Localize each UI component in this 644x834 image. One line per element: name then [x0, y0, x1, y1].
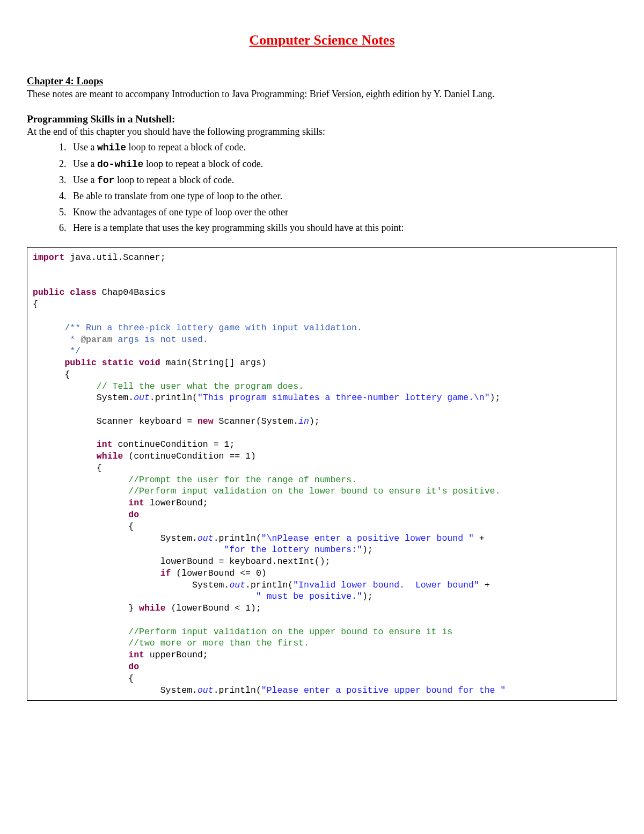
- chapter-heading: Chapter 4: Loops: [27, 75, 617, 87]
- code-text: [33, 650, 128, 660]
- code-javadoc: args is not used.: [113, 335, 208, 345]
- code-comment: //Prompt the user for the range of numbe…: [33, 475, 357, 485]
- code-keyword: static: [102, 358, 134, 368]
- code-string: " must be positive.": [256, 591, 362, 601]
- code-keyword: public: [64, 358, 96, 368]
- code-text: [33, 451, 97, 461]
- code-keyword: new: [197, 416, 214, 426]
- code-javadoc: *: [33, 335, 80, 345]
- code-comment: //two more or more than the first.: [33, 638, 309, 648]
- code-keyword: do-while: [97, 159, 143, 170]
- section-intro: At the end of this chapter you should ha…: [27, 126, 617, 137]
- list-item-text: loop to repeat a block of code.: [143, 158, 263, 169]
- code-keyword: while: [139, 603, 166, 613]
- code-text: [33, 510, 128, 520]
- code-keyword: if: [160, 568, 171, 578]
- code-text: java.util.Scanner;: [64, 252, 165, 263]
- intro-paragraph: These notes are meant to accompany Intro…: [27, 88, 617, 100]
- code-text: System.: [33, 533, 197, 543]
- code-text: );: [362, 545, 373, 555]
- code-comment: //Perform input validation on the upper …: [33, 627, 452, 637]
- code-keyword: public: [33, 287, 64, 298]
- code-field: in: [298, 416, 309, 426]
- code-text: .println(: [214, 685, 261, 695]
- code-keyword: while: [97, 142, 126, 153]
- code-text: System.: [33, 393, 134, 403]
- code-text: {: [33, 463, 102, 473]
- list-item-text: loop to repeat a block of code.: [114, 175, 234, 185]
- list-item-text: Be able to translate from one type of lo…: [73, 191, 282, 201]
- list-item: Use a while loop to repeat a block of co…: [69, 141, 617, 154]
- code-text: [33, 498, 128, 508]
- code-text: {: [33, 521, 134, 532]
- code-javadoc-tag: @param: [80, 335, 112, 345]
- code-text: );: [309, 416, 320, 426]
- code-keyword: int: [97, 439, 113, 449]
- code-keyword: void: [139, 358, 160, 368]
- code-string: "for the lottery numbers:": [224, 545, 362, 555]
- code-javadoc: */: [33, 346, 80, 356]
- code-keyword: do: [128, 662, 139, 672]
- code-string: "Please enter a positive upper bound for…: [261, 685, 506, 695]
- code-text: .println(: [150, 393, 197, 403]
- code-text: System.: [33, 685, 197, 695]
- code-text: upperBound;: [144, 650, 208, 660]
- code-text: continueCondition = 1;: [113, 439, 235, 449]
- code-text: .println(: [214, 533, 261, 543]
- code-text: );: [362, 591, 373, 601]
- code-text: [33, 662, 128, 672]
- code-text: (lowerBound <= 0): [171, 568, 266, 578]
- list-item-text: Use a: [73, 142, 97, 153]
- code-field: out: [197, 533, 214, 543]
- list-item: Be able to translate from one type of lo…: [69, 190, 617, 202]
- code-text: {: [33, 369, 70, 380]
- code-text: [33, 591, 256, 601]
- code-text: (lowerBound < 1);: [166, 603, 261, 613]
- list-item: Use a do-while loop to repeat a block of…: [69, 157, 617, 171]
- code-javadoc: /** Run a three-pick lottery game with i…: [33, 323, 362, 333]
- code-keyword: for: [97, 175, 114, 186]
- code-text: Chap04Basics: [97, 287, 166, 298]
- section-heading: Programming Skills in a Nutshell:: [27, 113, 617, 125]
- page-title: Computer Science Notes: [27, 32, 617, 48]
- list-item-text: Know the advantages of one type of loop …: [73, 207, 288, 217]
- code-text: [33, 568, 160, 578]
- code-text: +: [479, 580, 490, 590]
- code-text: Scanner(System.: [214, 416, 298, 426]
- list-item-text: loop to repeat a block of code.: [126, 142, 246, 153]
- code-string: "\nPlease enter a positive lower bound ": [261, 533, 474, 543]
- code-text: {: [33, 299, 38, 309]
- list-item: Use a for loop to repeat a block of code…: [69, 173, 617, 187]
- list-item-text: Use a: [73, 175, 97, 185]
- code-field: out: [229, 580, 245, 590]
- code-text: System.: [33, 580, 229, 590]
- code-comment: // Tell the user what the program does.: [33, 381, 304, 391]
- code-text: [33, 545, 224, 555]
- code-text: );: [490, 393, 501, 403]
- list-item: Here is a template that uses the key pro…: [69, 221, 617, 234]
- code-keyword: class: [70, 287, 97, 298]
- code-keyword: import: [33, 252, 64, 263]
- code-text: lowerBound = keyboard.nextInt();: [33, 556, 331, 567]
- code-text: [33, 358, 64, 368]
- code-text: {: [33, 673, 134, 684]
- code-keyword: int: [128, 650, 144, 660]
- code-text: +: [474, 533, 485, 543]
- code-text: }: [33, 603, 139, 613]
- skills-list: Use a while loop to repeat a block of co…: [27, 141, 617, 234]
- code-field: out: [134, 393, 150, 403]
- list-item-text: Use a: [73, 158, 97, 169]
- list-item-text: Here is a template that uses the key pro…: [73, 222, 404, 233]
- code-text: (continueCondition == 1): [123, 451, 256, 461]
- code-text: [33, 439, 97, 449]
- list-item: Know the advantages of one type of loop …: [69, 206, 617, 219]
- code-string: "Invalid lower bound. Lower bound": [293, 580, 479, 590]
- code-text: .println(: [245, 580, 293, 590]
- code-keyword: while: [97, 451, 123, 461]
- code-text: lowerBound;: [144, 498, 208, 508]
- code-block: import java.util.Scanner; public class C…: [27, 247, 617, 701]
- code-field: out: [197, 685, 214, 695]
- code-keyword: do: [128, 510, 139, 520]
- code-text: Scanner keyboard =: [33, 416, 197, 426]
- code-string: "This program simulates a three-number l…: [197, 393, 490, 403]
